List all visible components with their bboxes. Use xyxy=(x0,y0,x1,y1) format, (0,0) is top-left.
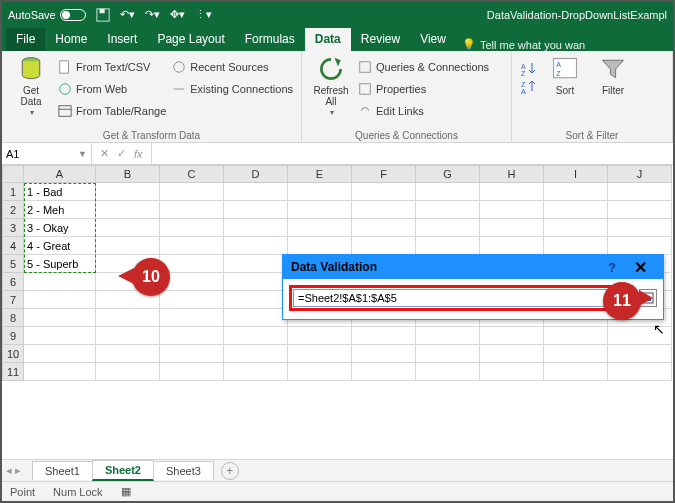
cell[interactable] xyxy=(544,201,608,219)
cell[interactable] xyxy=(160,327,224,345)
cell[interactable] xyxy=(96,327,160,345)
cell[interactable] xyxy=(352,219,416,237)
cell[interactable] xyxy=(96,363,160,381)
cell[interactable] xyxy=(160,309,224,327)
tab-view[interactable]: View xyxy=(410,28,456,51)
cell[interactable] xyxy=(96,183,160,201)
cell[interactable]: 4 - Great xyxy=(24,237,96,255)
cell[interactable] xyxy=(24,273,96,291)
cell[interactable] xyxy=(416,237,480,255)
cell[interactable] xyxy=(416,345,480,363)
cancel-formula-icon[interactable]: ✕ xyxy=(100,147,109,160)
cell[interactable] xyxy=(480,237,544,255)
cell[interactable] xyxy=(544,219,608,237)
sort-za-button[interactable]: ZA xyxy=(520,79,538,95)
close-icon[interactable]: ✕ xyxy=(626,258,655,277)
cell[interactable] xyxy=(96,345,160,363)
row-header[interactable]: 9 xyxy=(2,327,24,345)
row-header[interactable]: 7 xyxy=(2,291,24,309)
row-header[interactable]: 2 xyxy=(2,201,24,219)
cell[interactable] xyxy=(160,255,224,273)
row-header[interactable]: 5 xyxy=(2,255,24,273)
cell[interactable] xyxy=(224,201,288,219)
cell[interactable] xyxy=(416,327,480,345)
col-header[interactable]: A xyxy=(24,165,96,183)
from-table-button[interactable]: From Table/Range xyxy=(58,101,166,121)
cell[interactable] xyxy=(544,363,608,381)
cell[interactable] xyxy=(352,237,416,255)
source-input[interactable] xyxy=(293,289,629,307)
cell[interactable] xyxy=(352,327,416,345)
cell[interactable] xyxy=(224,183,288,201)
cell[interactable] xyxy=(24,309,96,327)
cell[interactable] xyxy=(224,237,288,255)
cell[interactable] xyxy=(224,291,288,309)
more-icon[interactable]: ⋮▾ xyxy=(195,8,212,21)
cell[interactable] xyxy=(480,219,544,237)
recent-sources-button[interactable]: Recent Sources xyxy=(172,57,293,77)
col-header[interactable]: D xyxy=(224,165,288,183)
cell[interactable] xyxy=(352,363,416,381)
cell[interactable]: 1 - Bad xyxy=(24,183,96,201)
cell[interactable] xyxy=(24,345,96,363)
row-header[interactable]: 11 xyxy=(2,363,24,381)
col-header[interactable]: I xyxy=(544,165,608,183)
row-header[interactable]: 3 xyxy=(2,219,24,237)
cell[interactable] xyxy=(416,201,480,219)
cell[interactable] xyxy=(480,183,544,201)
col-header[interactable]: G xyxy=(416,165,480,183)
cell[interactable] xyxy=(224,345,288,363)
cell[interactable] xyxy=(160,201,224,219)
cell[interactable] xyxy=(480,345,544,363)
col-header[interactable]: C xyxy=(160,165,224,183)
tab-page-layout[interactable]: Page Layout xyxy=(147,28,234,51)
cell[interactable] xyxy=(224,363,288,381)
properties-button[interactable]: Properties xyxy=(358,79,489,99)
formula-input[interactable] xyxy=(151,143,673,164)
row-header[interactable]: 6 xyxy=(2,273,24,291)
cell[interactable] xyxy=(416,183,480,201)
cell[interactable] xyxy=(416,219,480,237)
tab-insert[interactable]: Insert xyxy=(97,28,147,51)
sheet-nav-arrows[interactable]: ◂ ▸ xyxy=(6,464,21,477)
new-sheet-button[interactable]: + xyxy=(221,462,239,480)
row-header[interactable]: 4 xyxy=(2,237,24,255)
cell[interactable] xyxy=(224,309,288,327)
cell[interactable] xyxy=(96,201,160,219)
cell[interactable] xyxy=(608,237,672,255)
tab-formulas[interactable]: Formulas xyxy=(235,28,305,51)
existing-connections-button[interactable]: Existing Connections xyxy=(172,79,293,99)
sheet-tab-3[interactable]: Sheet3 xyxy=(153,461,214,480)
cell[interactable] xyxy=(96,309,160,327)
from-text-csv-button[interactable]: From Text/CSV xyxy=(58,57,166,77)
tab-data[interactable]: Data xyxy=(305,28,351,51)
cell[interactable]: 3 - Okay xyxy=(24,219,96,237)
cell[interactable] xyxy=(480,327,544,345)
cell[interactable] xyxy=(608,345,672,363)
cell[interactable] xyxy=(288,201,352,219)
cell[interactable] xyxy=(608,363,672,381)
row-header[interactable]: 1 xyxy=(2,183,24,201)
sheet-tab-1[interactable]: Sheet1 xyxy=(32,461,93,480)
cell[interactable] xyxy=(160,237,224,255)
macro-record-icon[interactable]: ▦ xyxy=(121,485,131,498)
cell[interactable] xyxy=(160,291,224,309)
cell[interactable] xyxy=(608,219,672,237)
autosave-toggle[interactable]: AutoSave xyxy=(8,9,86,21)
cell[interactable] xyxy=(352,345,416,363)
cell[interactable] xyxy=(544,237,608,255)
save-icon[interactable] xyxy=(96,8,110,22)
tab-home[interactable]: Home xyxy=(45,28,97,51)
cell[interactable] xyxy=(288,183,352,201)
col-header[interactable]: E xyxy=(288,165,352,183)
mouse-icon[interactable]: ✥▾ xyxy=(170,8,185,21)
cell[interactable] xyxy=(544,183,608,201)
cell[interactable] xyxy=(608,201,672,219)
cell[interactable] xyxy=(24,291,96,309)
edit-links-button[interactable]: Edit Links xyxy=(358,101,489,121)
select-all-corner[interactable] xyxy=(2,165,24,183)
col-header[interactable]: J xyxy=(608,165,672,183)
cell[interactable] xyxy=(24,363,96,381)
cell[interactable] xyxy=(416,363,480,381)
cell[interactable] xyxy=(480,201,544,219)
